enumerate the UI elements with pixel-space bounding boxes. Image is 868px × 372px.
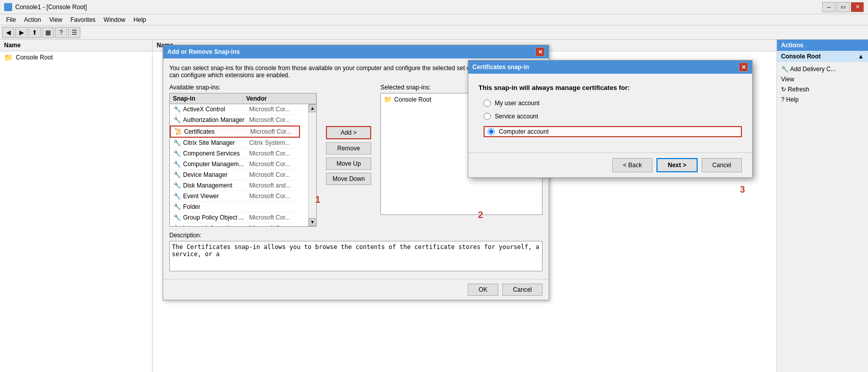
- available-list[interactable]: 🔧ActiveX ControlMicrosoft Cor...🔧Authori…: [170, 104, 308, 226]
- snap-item-8[interactable]: 🔧Event ViewerMicrosoft Cor...: [170, 191, 300, 202]
- desc-box: [169, 241, 543, 271]
- snap-item-5[interactable]: 🔧Computer Managem...Microsoft Cor...: [170, 159, 300, 170]
- back-btn[interactable]: < Back: [612, 158, 652, 172]
- snap-item-icon-4: 🔧: [173, 149, 181, 158]
- snap-item-icon-8: 🔧: [173, 192, 181, 200]
- forward-button[interactable]: ▶: [15, 27, 27, 38]
- radio-user-account[interactable]: My user account: [484, 100, 742, 107]
- snap-item-vendor-0: Microsoft Cor...: [249, 106, 297, 113]
- selected-item-label: Console Root: [394, 96, 431, 103]
- up-button[interactable]: ⬆: [28, 27, 41, 38]
- snap-item-11[interactable]: 🔧Internet Informatio...Microsoft Cor...: [170, 223, 300, 226]
- back-button[interactable]: ◀: [2, 27, 14, 38]
- toolbar: ◀ ▶ ⬆ ▦ ? ☰: [0, 25, 868, 40]
- snap-item-icon-9: 🔧: [173, 203, 181, 211]
- restore-button[interactable]: ▭: [836, 2, 850, 12]
- snap-item-2[interactable]: 📜CertificatesMicrosoft Cor...: [170, 126, 300, 138]
- show-hide-button[interactable]: ▦: [42, 27, 54, 38]
- snap-item-name-5: Computer Managem...: [183, 161, 249, 168]
- scroll-up-btn[interactable]: ▲: [309, 104, 317, 112]
- snap-item-1[interactable]: 🔧Authorization ManagerMicrosoft Cor...: [170, 115, 300, 126]
- right-panel: Actions Console Root ▲ 🔧 Add Delivery C.…: [776, 40, 868, 372]
- radio-user-input[interactable]: [484, 100, 491, 107]
- menu-favorites[interactable]: Favorites: [67, 15, 100, 24]
- snapins-close-button[interactable]: ✕: [535, 47, 545, 56]
- snap-item-vendor-3: Citrix System...: [249, 139, 297, 146]
- snap-item-7[interactable]: 🔧Disk ManagementMicrosoft and...: [170, 180, 300, 191]
- snap-item-6[interactable]: 🔧Device ManagerMicrosoft Cor...: [170, 170, 300, 180]
- snap-item-icon-6: 🔧: [173, 171, 181, 179]
- remove-button[interactable]: Remove: [326, 142, 371, 154]
- snap-list-header: Snap-in Vendor: [170, 94, 316, 104]
- minimize-button[interactable]: ─: [822, 2, 835, 12]
- app-icon: [4, 3, 12, 11]
- snap-item-vendor-2: Microsoft Cor...: [250, 128, 296, 135]
- scroll-track: [309, 112, 316, 218]
- snap-item-vendor-1: Microsoft Cor...: [249, 116, 297, 123]
- cert-dialog-body: This snap-in will always manage certific…: [468, 74, 752, 142]
- right-item-view[interactable]: View: [777, 74, 868, 84]
- snap-item-3[interactable]: 🔧Citrix Site ManagerCitrix System...: [170, 138, 300, 148]
- options-button[interactable]: ☰: [68, 27, 80, 38]
- next-btn[interactable]: Next >: [656, 158, 697, 172]
- moveup-button[interactable]: Move Up: [326, 158, 371, 170]
- cert-close-button[interactable]: ✕: [739, 63, 748, 72]
- right-item-help[interactable]: ? Help: [777, 95, 868, 105]
- refresh-icon: ↻: [781, 86, 786, 93]
- snap-item-9[interactable]: 🔧Folder: [170, 202, 300, 212]
- scroll-down-btn[interactable]: ▼: [309, 218, 317, 226]
- radio-computer-label: Computer account: [499, 128, 549, 135]
- radio-service-label: Service account: [495, 113, 538, 120]
- snap-item-vendor-7: Microsoft and...: [249, 182, 297, 189]
- sidebar-item-label: Console Root: [16, 54, 53, 61]
- right-item-0[interactable]: 🔧 Add Delivery C...: [777, 64, 868, 74]
- description-area: Description:: [169, 232, 543, 273]
- add-button[interactable]: Add >: [326, 126, 371, 139]
- snap-item-vendor-5: Microsoft Cor...: [249, 161, 297, 168]
- center-panel: Name Add or Remove Snap-ins ✕ You can se…: [153, 40, 776, 372]
- snap-item-vendor-8: Microsoft Cor...: [249, 193, 297, 200]
- menu-action[interactable]: Action: [20, 15, 45, 24]
- right-panel-title: Actions: [777, 40, 868, 51]
- menu-help[interactable]: Help: [130, 15, 151, 24]
- snap-item-name-8: Event Viewer: [183, 193, 249, 200]
- close-button[interactable]: ✕: [851, 2, 864, 12]
- radio-service-input[interactable]: [484, 113, 491, 120]
- list-wrapper: 🔧ActiveX ControlMicrosoft Cor...🔧Authori…: [170, 104, 316, 226]
- cert-cancel-btn[interactable]: Cancel: [702, 158, 742, 172]
- snapins-dialog-title: Add or Remove Snap-ins: [167, 48, 240, 55]
- snap-item-vendor-6: Microsoft Cor...: [249, 171, 297, 178]
- help-icon: ?: [781, 96, 785, 103]
- menu-window[interactable]: Window: [100, 15, 130, 24]
- help-button[interactable]: ?: [55, 27, 67, 38]
- cancel-button[interactable]: Cancel: [502, 284, 543, 296]
- title-bar-controls: ─ ▭ ✕: [822, 2, 864, 12]
- snap-item-0[interactable]: 🔧ActiveX ControlMicrosoft Cor...: [170, 104, 300, 115]
- ok-button[interactable]: OK: [468, 284, 498, 296]
- sidebar-item-consoleroot[interactable]: 📁 Console Root: [0, 51, 152, 64]
- movedown-button[interactable]: Move Down: [326, 173, 371, 185]
- snap-item-icon-1: 🔧: [173, 116, 181, 124]
- menu-view[interactable]: View: [45, 15, 67, 24]
- snapins-footer: OK Cancel: [163, 279, 549, 300]
- snap-item-vendor-4: Microsoft Cor...: [249, 150, 297, 157]
- available-panel: Available snap-ins: Snap-in Vendor 🔧Acti…: [169, 84, 317, 227]
- cert-dialog: Certificates snap-in ✕ This snap-in will…: [468, 60, 753, 178]
- snap-item-name-2: Certificates: [184, 128, 250, 135]
- snap-item-icon-11: 🔧: [173, 224, 181, 226]
- available-list-container: Snap-in Vendor 🔧ActiveX ControlMicrosoft…: [169, 93, 317, 227]
- snap-item-4[interactable]: 🔧Component ServicesMicrosoft Cor...: [170, 148, 300, 159]
- right-item-refresh[interactable]: ↻ Refresh: [777, 84, 868, 95]
- list-scrollbar[interactable]: ▲ ▼: [308, 104, 316, 226]
- cert-dialog-description: This snap-in will always manage certific…: [478, 84, 742, 91]
- col-snapin: Snap-in: [170, 94, 243, 104]
- cert-radio-group: My user account Service account Computer…: [484, 100, 742, 137]
- radio-service-account[interactable]: Service account: [484, 113, 742, 120]
- menu-file[interactable]: File: [2, 15, 20, 24]
- left-panel: Name 📁 Console Root: [0, 40, 153, 372]
- radio-computer-account[interactable]: Computer account: [484, 126, 742, 137]
- snap-item-10[interactable]: 🔧Group Policy Object ...Microsoft Cor...: [170, 212, 300, 223]
- radio-computer-input[interactable]: [488, 128, 495, 135]
- cert-dialog-footer: < Back Next > Cancel: [468, 152, 752, 177]
- snap-item-icon-0: 🔧: [173, 105, 181, 113]
